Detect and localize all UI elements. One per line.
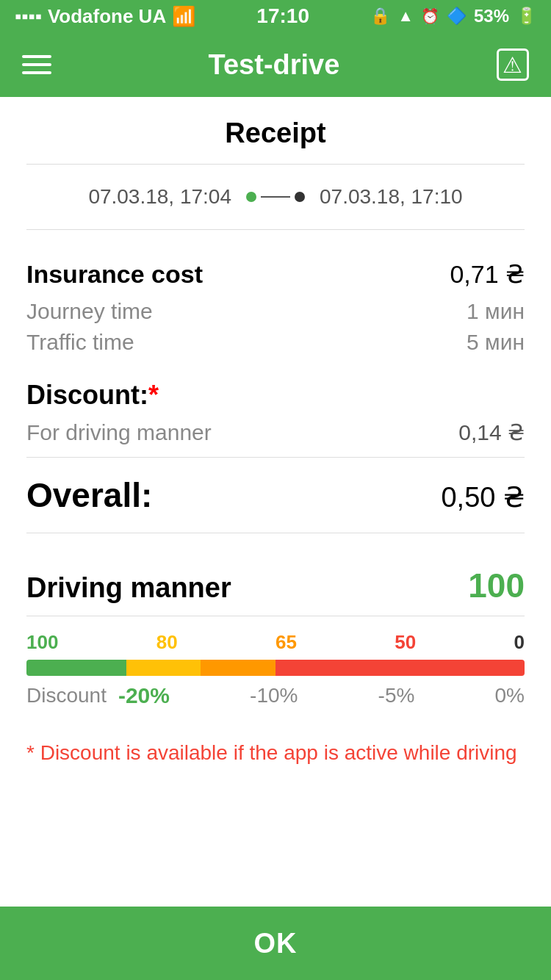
driving-manner-row: Driving manner 100 — [26, 555, 525, 616]
connector-line — [261, 196, 290, 198]
main-content: Receipt 07.03.18, 17:04 07.03.18, 17:10 … — [0, 97, 551, 783]
status-bar-right: 🔒 ▲ ⏰ 🔷 53% 🔋 — [370, 6, 536, 26]
start-dot — [246, 192, 256, 202]
driving-manner-value: 0,14 ₴ — [458, 419, 525, 445]
scale-num-80: 80 — [156, 631, 178, 654]
menu-line-3 — [22, 71, 51, 74]
status-bar: ▪▪▪▪ Vodafone UA 📶 17:10 🔒 ▲ ⏰ 🔷 53% 🔋 — [0, 0, 551, 32]
traffic-time-row: Traffic time 5 мин — [26, 327, 525, 358]
alarm-icon: ⏰ — [421, 7, 439, 25]
driving-manner-section: Driving manner 100 — [26, 533, 525, 616]
discount-value-10: -10% — [250, 684, 298, 707]
journey-time-value: 1 мин — [467, 299, 525, 324]
ok-button[interactable]: OK — [0, 907, 551, 980]
driving-manner-discount-row: For driving manner 0,14 ₴ — [26, 415, 525, 457]
scale-bar-segment-red — [276, 660, 525, 676]
insurance-cost-value: 0,71 ₴ — [450, 259, 525, 289]
scale-bar-segment-green — [26, 660, 126, 676]
driving-manner-title: Driving manner — [26, 572, 231, 604]
location-icon: ▲ — [397, 7, 414, 26]
discount-scale-left: Discount -20% — [26, 683, 170, 708]
battery-icon: 🔋 — [516, 7, 536, 26]
driving-scale: 100 80 65 50 0 Discount -20% -10% -5% 0% — [26, 616, 525, 716]
bluetooth-icon: 🔷 — [447, 7, 467, 26]
driving-manner-score: 100 — [468, 566, 525, 605]
battery-label: 53% — [474, 6, 509, 26]
receipt-title: Receipt — [26, 97, 525, 164]
menu-line-2 — [22, 63, 51, 66]
traffic-time-value: 5 мин — [467, 330, 525, 355]
menu-button[interactable] — [22, 55, 51, 74]
scale-num-50: 50 — [395, 631, 416, 654]
app-header: Test-drive ⚠ — [0, 32, 551, 97]
scale-bar-segment-orange — [201, 660, 276, 676]
discount-section: Discount:* For driving manner 0,14 ₴ — [26, 365, 525, 457]
scale-numbers-row: 100 80 65 50 0 — [26, 631, 525, 654]
insurance-section: Insurance cost 0,71 ₴ Journey time 1 мин… — [26, 230, 525, 365]
driving-manner-label: For driving manner — [26, 420, 212, 445]
discount-scale-label: Discount — [26, 684, 107, 707]
footnote: * Discount is available if the app is ac… — [26, 716, 525, 783]
trip-end-date: 07.03.18, 17:10 — [320, 185, 463, 209]
page-title: Test-drive — [209, 49, 340, 81]
trip-start-date: 07.03.18, 17:04 — [88, 185, 231, 209]
trip-connector — [246, 192, 305, 202]
discount-label-text: Discount: — [26, 380, 148, 410]
insurance-cost-row: Insurance cost 0,71 ₴ — [26, 252, 525, 296]
discount-label: Discount:* — [26, 365, 525, 415]
trip-dates: 07.03.18, 17:04 07.03.18, 17:10 — [26, 165, 525, 229]
discount-asterisk: * — [148, 380, 159, 410]
journey-time-row: Journey time 1 мин — [26, 296, 525, 327]
traffic-time-label: Traffic time — [26, 330, 134, 355]
time-label: 17:10 — [256, 4, 309, 28]
signal-icon: ▪▪▪▪ — [15, 5, 42, 28]
discount-value-0: 0% — [495, 684, 525, 707]
alert-icon: ⚠ — [503, 52, 522, 78]
end-dot — [295, 192, 305, 202]
overall-row: Overall: 0,50 ₴ — [26, 458, 525, 533]
scale-num-0: 0 — [514, 631, 525, 654]
ok-button-wrapper: OK — [0, 907, 551, 980]
overall-value: 0,50 ₴ — [441, 481, 525, 514]
scale-num-65: 65 — [276, 631, 297, 654]
discount-scale-row: Discount -20% -10% -5% 0% — [26, 683, 525, 708]
overall-label: Overall: — [26, 475, 152, 515]
scale-bar — [26, 660, 525, 676]
carrier-label: Vodafone UA — [48, 5, 166, 28]
status-bar-left: ▪▪▪▪ Vodafone UA 📶 — [15, 5, 195, 28]
alert-button[interactable]: ⚠ — [497, 48, 529, 81]
wifi-icon: 📶 — [172, 5, 195, 28]
menu-line-1 — [22, 55, 51, 58]
journey-time-label: Journey time — [26, 299, 153, 324]
insurance-cost-label: Insurance cost — [26, 260, 203, 289]
scale-bar-segment-yellow — [126, 660, 201, 676]
lock-icon: 🔒 — [370, 7, 390, 26]
scale-num-100: 100 — [26, 631, 58, 654]
discount-value-5: -5% — [378, 684, 415, 707]
discount-value-20: -20% — [118, 683, 170, 708]
